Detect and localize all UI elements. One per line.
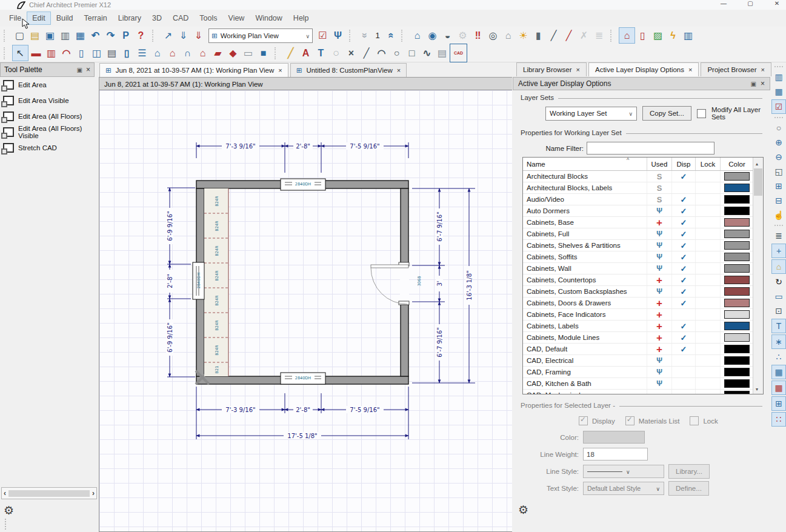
- full-camera-icon[interactable]: ◉: [425, 28, 440, 43]
- panel-tab[interactable]: Project Browser: [701, 62, 771, 76]
- layer-color-swatch[interactable]: [724, 264, 750, 273]
- eyedropper-icon[interactable]: ╱: [546, 28, 561, 43]
- line-weight-input[interactable]: 18: [583, 448, 648, 461]
- layer-table-row[interactable]: Cabinets, Wall: [523, 263, 753, 274]
- close-icon[interactable]: [576, 66, 580, 73]
- layer-color-swatch[interactable]: [724, 368, 750, 376]
- lock-cell[interactable]: [695, 309, 720, 320]
- toolbar-handle[interactable]: [4, 30, 10, 42]
- display-check-icon[interactable]: [681, 276, 687, 285]
- render-technique-icon[interactable]: ϟ: [665, 28, 681, 43]
- cross-marker-icon[interactable]: ×: [344, 45, 359, 61]
- deck-railing-icon[interactable]: ▥: [44, 45, 59, 61]
- grid-snaps-icon[interactable]: ▦: [771, 365, 786, 379]
- lock-cell[interactable]: [695, 240, 720, 251]
- lock-cell[interactable]: [695, 194, 720, 205]
- display-check-icon[interactable]: [681, 345, 687, 354]
- adjust-lights-icon[interactable]: ⚙: [455, 28, 470, 43]
- menu-item[interactable]: Library: [113, 12, 147, 25]
- cad-block-icon[interactable]: CAD: [450, 44, 467, 62]
- lock-cell[interactable]: [695, 182, 720, 193]
- window-top[interactable]: 2840DH: [281, 179, 325, 190]
- scrollbar-thumb[interactable]: [8, 490, 90, 497]
- layer-table-row[interactable]: Cabinets, Base: [523, 217, 753, 228]
- curved-wall-icon[interactable]: ◠: [59, 45, 74, 61]
- 3d-box-icon[interactable]: ■: [256, 45, 271, 61]
- lock-cell[interactable]: [695, 355, 720, 366]
- cad-box-icon[interactable]: □: [404, 45, 419, 61]
- minimize-button[interactable]: —: [719, 0, 728, 7]
- float-panel-icon[interactable]: [77, 65, 82, 74]
- display-check-icon[interactable]: [681, 218, 687, 227]
- layer-color-swatch[interactable]: [724, 310, 750, 319]
- layer-color-swatch[interactable]: [724, 345, 750, 353]
- temporary-dimensions-icon[interactable]: T: [771, 319, 786, 333]
- menu-item[interactable]: Terrain: [79, 12, 113, 25]
- tool-palette-header[interactable]: Tool Palette: [0, 62, 95, 77]
- material-eyedropper-icon[interactable]: ╱: [561, 28, 576, 43]
- layer-table-header[interactable]: Name Used Disp Lock Color: [523, 158, 753, 171]
- fixture-icon[interactable]: ▯: [119, 45, 135, 61]
- close-icon[interactable]: [278, 67, 282, 74]
- layer-color-swatch[interactable]: [724, 172, 750, 181]
- auto-check-icon[interactable]: ☑: [315, 28, 330, 43]
- edit-saved-plan-icon[interactable]: ↗: [161, 28, 176, 43]
- layer-color-swatch[interactable]: [724, 276, 750, 284]
- auto-dormer-icon[interactable]: ⌂: [150, 45, 165, 61]
- menu-item[interactable]: Window: [250, 12, 287, 25]
- edit-behaviors-icon[interactable]: ▭: [772, 290, 785, 303]
- plan-view-mode-icon[interactable]: ⌂: [619, 27, 635, 44]
- lock-cell[interactable]: [695, 251, 720, 262]
- select-objects-icon[interactable]: ↖: [12, 45, 28, 61]
- open-plan-icon[interactable]: ▤: [27, 28, 42, 43]
- lock-cell[interactable]: [695, 171, 720, 182]
- text-style-dropdown[interactable]: Default Label Style: [583, 482, 664, 495]
- new-plan-icon[interactable]: ▢: [12, 28, 27, 43]
- panel-tab[interactable]: Active Layer Display Options: [588, 62, 699, 76]
- panel-tab[interactable]: Library Browser: [516, 62, 587, 76]
- display-check-icon[interactable]: [681, 333, 687, 342]
- dimension-ruler-icon[interactable]: ╱: [283, 45, 298, 61]
- document-tab[interactable]: Untitled 8: CustomPlanView: [290, 63, 407, 77]
- toolbar-configuration-gear-icon[interactable]: [4, 504, 14, 517]
- render-camera-house-icon[interactable]: ⌂: [410, 28, 425, 43]
- menu-item[interactable]: Help: [288, 12, 315, 25]
- door-icon[interactable]: ▯: [74, 45, 89, 61]
- display-check-icon[interactable]: [681, 253, 687, 262]
- layer-table-row[interactable]: Auto Dormers: [523, 205, 753, 217]
- layer-table-row[interactable]: Cabinets, Shelves & Partitions: [523, 240, 753, 251]
- document-tab[interactable]: Jun 8, 2021 at 10-39-57 AM (1): Working …: [99, 63, 288, 77]
- redo-icon[interactable]: ↷: [103, 28, 118, 43]
- layer-table-row[interactable]: Architectural Blocks, Labels: [523, 182, 753, 194]
- text-icon[interactable]: T: [313, 45, 328, 61]
- delete-surface-icon[interactable]: ✗: [576, 28, 591, 43]
- text-macro-icon[interactable]: ▤: [435, 45, 450, 61]
- exterior-room-icon[interactable]: ⌂: [165, 45, 180, 61]
- modify-all-layer-sets-checkbox[interactable]: [697, 109, 706, 118]
- layer-table-row[interactable]: Cabinets, Soffits: [523, 251, 753, 263]
- toolbar-handle[interactable]: [774, 66, 783, 67]
- door-right[interactable]: 3068: [371, 262, 422, 305]
- display-check-icon[interactable]: [681, 264, 687, 273]
- straight-wall-icon[interactable]: ▬: [28, 45, 44, 61]
- layer-color-swatch[interactable]: [724, 241, 750, 250]
- doorway-icon[interactable]: ∩: [180, 45, 195, 61]
- layer-color-swatch[interactable]: [724, 253, 750, 261]
- display-check-icon[interactable]: [681, 322, 687, 331]
- window-bottom[interactable]: 2840DH: [281, 373, 325, 384]
- library-browser-panel-icon[interactable]: ▥: [772, 70, 785, 84]
- materials-list-checkbox[interactable]: [625, 416, 634, 425]
- cad-spline-icon[interactable]: ∿: [419, 45, 435, 61]
- floor-up-button[interactable]: »: [382, 28, 398, 43]
- layer-table-row[interactable]: Cabinets, Full: [523, 228, 753, 240]
- project-browser-panel-icon[interactable]: ▦: [772, 85, 785, 98]
- object-snaps-icon[interactable]: ∗: [771, 334, 786, 349]
- tool-palette-item[interactable]: Edit Area: [0, 77, 95, 93]
- layer-table-row[interactable]: CAD, Kitchen & Bath: [523, 378, 753, 390]
- lock-cell[interactable]: [695, 367, 720, 377]
- toolbar-handle[interactable]: [774, 225, 783, 226]
- tool-palette-scrollbar[interactable]: [1, 487, 97, 499]
- menu-item[interactable]: Build: [51, 12, 79, 25]
- layer-table-row[interactable]: CAD, Electrical: [523, 355, 753, 367]
- layer-display-options-panel-icon[interactable]: ☑: [771, 99, 786, 114]
